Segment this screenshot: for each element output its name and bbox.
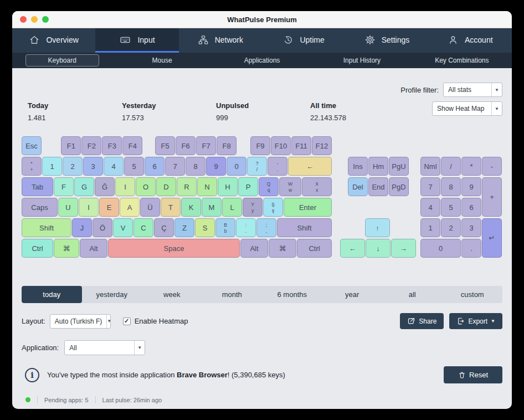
tab-label: Settings <box>382 35 410 44</box>
key-tab: Tab <box>22 177 53 196</box>
traffic-lights[interactable] <box>20 16 49 23</box>
keyboard-nav-cluster: InsHmPgUDelEndPgD↑←↓→ <box>340 157 416 259</box>
time-tab-month[interactable]: month <box>202 286 263 303</box>
reset-button-label: Reset <box>469 371 488 379</box>
application-dropdown[interactable]: All ▼ <box>64 340 145 355</box>
network-icon <box>198 34 209 45</box>
key-f6: F6 <box>176 136 196 155</box>
tab-settings[interactable]: Settings <box>345 28 428 53</box>
stat-all-time: All time22.143.578 <box>310 101 404 122</box>
key-dash-dot: -. <box>268 157 287 176</box>
nav-key-hm: Hm <box>368 157 388 176</box>
time-tab-today[interactable]: today <box>22 286 82 303</box>
profile-filter-dropdown[interactable]: All stats ▼ <box>443 83 502 97</box>
keyboard-numpad: Nml/*-789+456123↵0. <box>420 157 502 258</box>
subtab-keyboard[interactable]: Keyboard <box>12 53 112 68</box>
layout-dropdown[interactable]: Auto (Turkish F) ▼ <box>50 314 111 329</box>
subtab-applications[interactable]: Applications <box>212 53 312 68</box>
key-6: 6 <box>145 157 165 176</box>
time-tab-6-months[interactable]: 6 months <box>262 286 322 303</box>
keyboard-spacer <box>237 136 250 155</box>
subtab-mouse[interactable]: Mouse <box>112 53 212 68</box>
tab-network[interactable]: Network <box>179 28 262 53</box>
numpad-key-5: 5 <box>441 198 461 217</box>
chevron-down-icon: ▼ <box>134 341 145 355</box>
window-title: WhatPulse Premium <box>227 16 297 24</box>
key-8: 8 <box>186 157 206 176</box>
connection-status-dot <box>25 397 30 402</box>
time-range-tabs: todayyesterdayweekmonth6 monthsyearallcu… <box>22 286 502 303</box>
time-tab-all[interactable]: all <box>382 286 443 303</box>
clock-icon <box>282 34 294 45</box>
subtab-label: Applications <box>244 55 280 66</box>
close-window-button[interactable] <box>20 16 27 23</box>
key-i: I <box>115 177 135 196</box>
numpad-key-enter: ↵ <box>482 218 502 258</box>
status-separator <box>37 396 38 403</box>
numpad-key-3: 3 <box>461 218 481 237</box>
key-f10: F10 <box>271 136 291 155</box>
key-9: 9 <box>206 157 226 176</box>
time-tab-year[interactable]: year <box>322 286 383 303</box>
keyboard-row: ←↓→ <box>340 239 416 258</box>
numpad-key-7: 7 <box>420 177 440 196</box>
numpad-key-2: 2 <box>441 218 461 237</box>
key-f1: F1 <box>61 136 81 155</box>
keyboard-heatmap: EscF1F2F3F4F5F6F7F8F9F10F11F12*+12345678… <box>22 136 502 259</box>
trash-icon <box>458 371 466 379</box>
key-cmd-right: ⌘ <box>269 239 296 258</box>
tab-account[interactable]: Account <box>429 28 512 53</box>
tab-uptime[interactable]: Uptime <box>262 28 345 53</box>
keyboard-row <box>340 198 416 217</box>
key-f9: F9 <box>250 136 270 155</box>
key-u: U <box>58 198 78 217</box>
key-star-plus: *+ <box>22 157 42 176</box>
key-alt-right: Alt <box>240 239 268 258</box>
info-message-suffix: ! (5,390,685 keys) <box>228 371 285 379</box>
checkbox-check-icon: ✓ <box>123 317 131 325</box>
key-ü: Ü <box>140 198 160 217</box>
subtab-key-combinations[interactable]: Key Combinations <box>412 53 512 68</box>
status-bar: Pending apps: 5 Last pulse: 26min ago <box>22 396 502 403</box>
pending-apps-status: Pending apps: 5 <box>44 397 89 403</box>
maximize-window-button[interactable] <box>42 16 49 23</box>
minimize-window-button[interactable] <box>31 16 38 23</box>
share-button[interactable]: Share <box>400 313 444 329</box>
key-ctrl-right: Ctrl <box>297 239 332 258</box>
numpad-key-0: 0 <box>420 239 461 258</box>
export-button[interactable]: Export ▼ <box>449 313 502 329</box>
tab-input[interactable]: Input <box>95 28 178 53</box>
subtab-input-history[interactable]: Input History <box>312 53 412 68</box>
profile-filter-label: Profile filter: <box>400 86 439 94</box>
time-tab-yesterday[interactable]: yesterday <box>82 286 142 303</box>
reset-button[interactable]: Reset <box>444 366 502 383</box>
content-area: Profile filter: All stats ▼ Today1.481Ye… <box>12 83 512 403</box>
enable-heatmap-checkbox[interactable]: ✓ Enable Heatmap <box>123 317 188 325</box>
heatmap-mode-dropdown[interactable]: Show Heat Map ▼ <box>432 101 502 116</box>
key-g: G <box>74 177 94 196</box>
time-tab-custom[interactable]: custom <box>443 286 503 303</box>
key-1: 1 <box>42 157 62 176</box>
subtab-label: Key Combinations <box>435 55 489 66</box>
keystroke-stats: Today1.481Yesterday17.573Unpulsed999All … <box>28 101 404 122</box>
time-tab-week[interactable]: week <box>142 286 202 303</box>
info-row: i You've typed the most inside applicati… <box>22 366 502 383</box>
tab-label: Account <box>465 35 493 44</box>
keyboard-spacer <box>340 157 347 176</box>
key-p: P <box>238 177 258 196</box>
key-alt-left: Alt <box>80 239 107 258</box>
application-row: Application: All ▼ <box>22 340 502 355</box>
title-bar: WhatPulse Premium <box>12 11 512 28</box>
info-icon: i <box>25 368 39 382</box>
numpad-key-minus: - <box>482 157 502 176</box>
tab-overview[interactable]: Overview <box>12 28 95 53</box>
key-s: S <box>195 218 215 237</box>
key-b: Bb <box>215 218 235 237</box>
numpad-key-slash: / <box>441 157 461 176</box>
stat-unpulsed: Unpulsed999 <box>216 101 310 122</box>
stat-label: All time <box>310 101 404 110</box>
key-backspace: ← <box>288 157 332 176</box>
key-e: E <box>99 198 119 217</box>
key-w: Ww <box>279 177 301 196</box>
key-0: 0 <box>227 157 246 176</box>
